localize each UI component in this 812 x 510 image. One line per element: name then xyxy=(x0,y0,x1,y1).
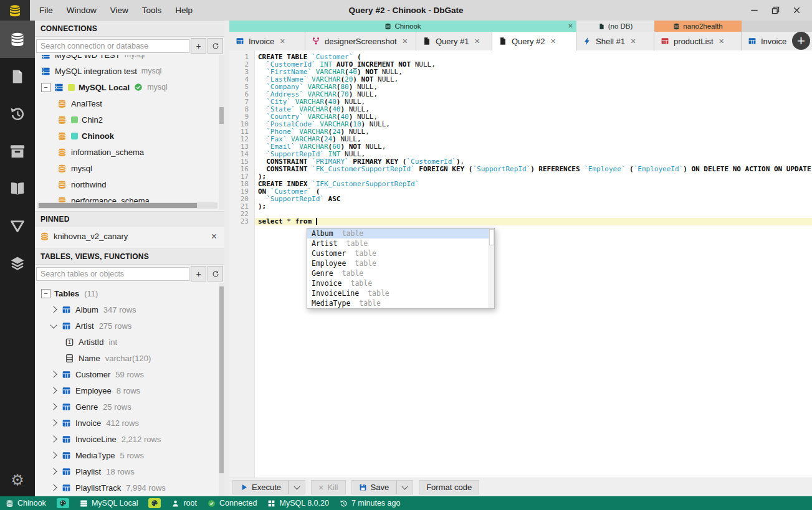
close-icon[interactable]: × xyxy=(209,231,219,242)
autocomplete-item-artist[interactable]: Artisttable xyxy=(307,238,494,248)
column-artistid[interactable]: 1ArtistIdint xyxy=(35,334,224,350)
connection-analtest[interactable]: AnalTest xyxy=(35,95,224,111)
rail-item-triangle[interactable] xyxy=(0,207,35,245)
table-genre[interactable]: Genre25 rows xyxy=(35,399,224,415)
menu-view[interactable]: View xyxy=(103,0,135,21)
table-invoice[interactable]: Invoice412 rows xyxy=(35,415,224,431)
column-name[interactable]: Namevarchar(120) xyxy=(35,350,224,366)
menu-tools[interactable]: Tools xyxy=(135,0,169,21)
rail-item-archive[interactable] xyxy=(0,133,35,170)
scrollbar-thumb[interactable] xyxy=(39,203,197,208)
connection-mysql-integration-test[interactable]: MySQL integration testmysql xyxy=(35,63,224,79)
tab-group-chinook[interactable]: Chinook× xyxy=(229,21,576,32)
autocomplete-item-employee[interactable]: Employeetable xyxy=(307,258,494,268)
close-icon[interactable]: × xyxy=(403,36,408,46)
connections-scrollbar[interactable] xyxy=(219,55,224,210)
tab-invoice[interactable]: Invoice× xyxy=(229,32,305,50)
tab-shell-1[interactable]: Shell #1× xyxy=(576,32,654,50)
add-table-button[interactable]: + xyxy=(191,266,206,281)
status-color-badge[interactable] xyxy=(57,498,69,508)
connection-information-schema[interactable]: information_schema xyxy=(35,144,224,160)
restore-button[interactable] xyxy=(770,5,781,16)
refresh-tables-button[interactable] xyxy=(208,266,223,281)
popup-scrollbar[interactable] xyxy=(489,229,494,308)
autocomplete-item-mediatype[interactable]: MediaTypetable xyxy=(307,298,494,308)
connection-chinook[interactable]: Chinook xyxy=(35,128,224,144)
table-employee[interactable]: Employee8 rows xyxy=(35,382,224,399)
rail-item-book[interactable] xyxy=(0,170,35,207)
tab-query-1[interactable]: Query #1× xyxy=(416,32,492,50)
rail-item-file[interactable] xyxy=(0,58,35,95)
tables-scrollbar[interactable] xyxy=(219,283,224,496)
tables-root[interactable]: −Tables(11) xyxy=(35,285,224,301)
menu-window[interactable]: Window xyxy=(60,0,103,21)
chevron-right-icon[interactable] xyxy=(50,371,57,377)
table-album[interactable]: Album347 rows xyxy=(35,301,224,318)
autocomplete-item-album[interactable]: Albumtable xyxy=(307,229,494,238)
save-button[interactable]: Save xyxy=(351,480,397,494)
tables-search-input[interactable] xyxy=(36,267,189,281)
rail-item-database[interactable] xyxy=(0,21,35,58)
chevron-right-icon[interactable] xyxy=(50,387,57,394)
chevron-right-icon[interactable] xyxy=(50,435,57,442)
connection-chin2[interactable]: Chin2 xyxy=(35,111,224,128)
sql-editor[interactable]: 1234567891011121314151617181920212223 CR… xyxy=(229,50,812,478)
scrollbar-thumb[interactable] xyxy=(219,107,224,124)
chevron-right-icon[interactable] xyxy=(50,403,57,410)
collapse-expander[interactable]: − xyxy=(41,289,50,298)
chevron-down-icon[interactable] xyxy=(50,321,57,328)
minimize-button[interactable] xyxy=(748,5,760,16)
format-code-button[interactable]: Format code xyxy=(419,480,479,494)
kill-button[interactable]: × Kill xyxy=(311,480,346,494)
table-playlisttrack[interactable]: PlaylistTrack7,994 rows xyxy=(35,479,224,496)
rail-item-layers[interactable] xyxy=(0,245,35,282)
autocomplete-item-invoiceline[interactable]: InvoiceLinetable xyxy=(307,288,494,298)
status-color-badge[interactable] xyxy=(148,498,161,508)
table-customer[interactable]: Customer59 rows xyxy=(35,366,224,382)
table-playlist[interactable]: Playlist18 rows xyxy=(35,463,224,479)
close-icon[interactable]: × xyxy=(719,36,724,46)
autocomplete-item-invoice[interactable]: Invoicetable xyxy=(307,278,494,288)
add-connection-button[interactable]: + xyxy=(191,38,206,54)
close-icon[interactable]: × xyxy=(474,36,479,46)
connections-hscrollbar[interactable] xyxy=(37,202,217,209)
add-tab-button[interactable]: + xyxy=(792,32,810,50)
tab-productlist[interactable]: productList× xyxy=(654,32,742,50)
refresh-connections-button[interactable] xyxy=(208,38,223,54)
pinned-knihovna-v2-canary[interactable]: knihovna_v2_canary× xyxy=(35,227,224,245)
chevron-right-icon[interactable] xyxy=(50,468,57,475)
autocomplete-item-customer[interactable]: Customertable xyxy=(307,248,494,258)
scrollbar-thumb[interactable] xyxy=(219,286,224,473)
chevron-right-icon[interactable] xyxy=(50,451,57,458)
tab-designerscreenshot[interactable]: designerScreenshot× xyxy=(305,32,416,50)
menu-help[interactable]: Help xyxy=(168,0,199,21)
connection-mysql-wd-test[interactable]: MySQL WD TESTmysql xyxy=(35,55,224,63)
tab-query-2[interactable]: Query #2× xyxy=(492,32,576,50)
close-icon[interactable]: × xyxy=(550,36,555,46)
execute-dropdown-button[interactable] xyxy=(289,480,305,494)
connections-search-input[interactable] xyxy=(36,39,189,53)
close-icon[interactable]: × xyxy=(280,36,285,46)
execute-button[interactable]: Execute xyxy=(232,480,289,494)
chevron-right-icon[interactable] xyxy=(50,306,57,313)
menu-file[interactable]: File xyxy=(32,0,60,21)
save-dropdown-button[interactable] xyxy=(396,480,413,494)
close-icon[interactable]: × xyxy=(631,36,636,46)
table-artist[interactable]: Artist275 rows xyxy=(35,318,224,334)
scrollbar-thumb[interactable] xyxy=(489,229,494,245)
connection-northwind[interactable]: northwind xyxy=(35,176,224,192)
connection-mysql[interactable]: mysql xyxy=(35,160,224,176)
tab-group-no-db[interactable]: (no DB) xyxy=(576,21,654,32)
autocomplete-item-genre[interactable]: Genretable xyxy=(307,268,494,278)
collapse-expander[interactable]: − xyxy=(41,83,50,92)
rail-item-history[interactable] xyxy=(0,95,35,133)
connection-mysql-local[interactable]: −MySQL Localmysql xyxy=(35,79,224,95)
close-button[interactable] xyxy=(791,5,802,16)
settings-button[interactable]: ⚙ xyxy=(0,464,35,496)
tab-group-nano2health[interactable]: nano2health xyxy=(654,21,742,32)
close-icon[interactable]: × xyxy=(568,21,573,32)
chevron-right-icon[interactable] xyxy=(50,484,57,491)
chevron-right-icon[interactable] xyxy=(50,419,57,426)
table-mediatype[interactable]: MediaType5 rows xyxy=(35,447,224,463)
table-invoiceline[interactable]: InvoiceLine2,212 rows xyxy=(35,431,224,447)
